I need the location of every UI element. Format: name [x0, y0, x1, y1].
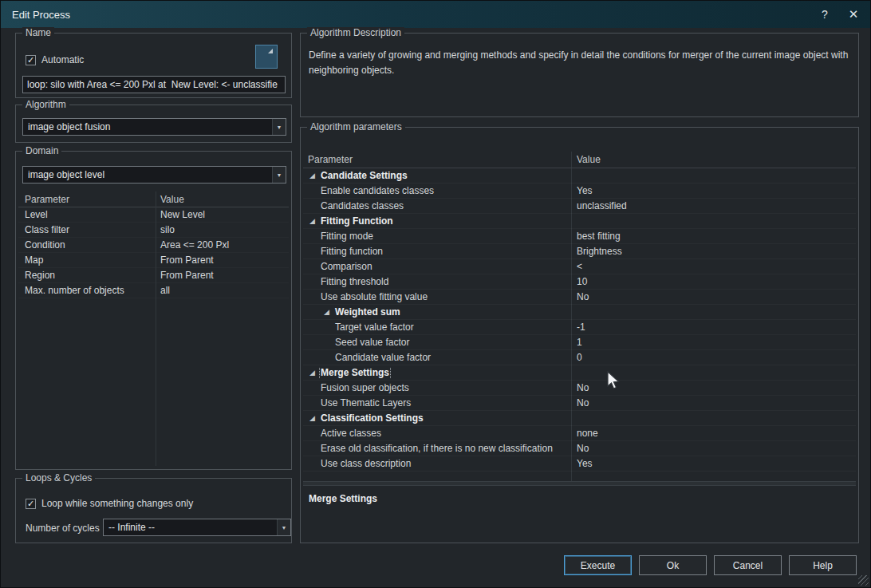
execute-button[interactable]: Execute	[564, 555, 632, 575]
dropdown-arrow-icon[interactable]: ▼	[272, 167, 286, 183]
domain-table-row[interactable]: MapFrom Parent	[18, 253, 289, 268]
domain-param-name: Class filter	[18, 224, 156, 235]
param-row[interactable]: Fitting modebest fitting	[303, 229, 856, 244]
automatic-checkbox[interactable]: ✓	[26, 55, 36, 65]
close-icon[interactable]: ✕	[845, 6, 862, 22]
edit-process-dialog: Edit Process ? ✕ Name ✓ Automatic Algori…	[0, 0, 871, 588]
param-row[interactable]: Comparison<	[303, 259, 856, 274]
param-label: Fitting Function	[321, 215, 393, 227]
loop-checkbox-row: ✓ Loop while something changes only	[26, 498, 193, 509]
dropdown-arrow-icon[interactable]: ▼	[277, 519, 290, 535]
help-icon[interactable]: ?	[816, 6, 834, 22]
param-row[interactable]: Candidates classesunclassified	[303, 199, 856, 214]
parameters-header-parameter: Parameter	[303, 152, 571, 168]
param-row[interactable]: Seed value factor1	[303, 335, 856, 350]
param-group-row[interactable]: ◢Classification Settings	[303, 411, 856, 426]
domain-param-name: Region	[18, 270, 156, 281]
domain-param-value: silo	[156, 224, 289, 235]
automatic-checkbox-label[interactable]: Automatic	[41, 54, 84, 65]
domain-table-row[interactable]: LevelNew Level	[18, 207, 289, 223]
param-label: Candidates classes	[321, 200, 404, 211]
param-name-cell: Target value factor	[303, 322, 571, 333]
parameters-group-label: Algorithm parameters	[307, 121, 405, 133]
param-row[interactable]: Target value factor-1	[303, 320, 856, 335]
algorithm-description-text: Define a variety of growing and merging …	[309, 48, 849, 77]
domain-table-row[interactable]: Class filtersilo	[18, 223, 289, 238]
domain-header-value: Value	[156, 191, 289, 207]
param-name-cell: Use Thematic Layers	[303, 397, 571, 408]
algorithm-group-label: Algorithm	[22, 99, 69, 111]
algorithm-parameters-group: Algorithm parameters Parameter Value ◢Ca…	[300, 127, 859, 543]
parameters-header-value: Value	[571, 152, 856, 168]
domain-table: Parameter Value LevelNew LevelClass filt…	[18, 191, 289, 466]
domain-param-value: New Level	[156, 209, 289, 220]
loops-cycles-group: Loops & Cycles ✓ Loop while something ch…	[15, 478, 292, 543]
loops-group-label: Loops & Cycles	[22, 472, 95, 484]
param-group-row[interactable]: ◢Candidate Settings	[303, 168, 856, 184]
resize-grip[interactable]	[858, 575, 869, 586]
name-group-label: Name	[22, 27, 54, 39]
param-value-cell: No	[571, 382, 856, 393]
description-splitter[interactable]	[303, 481, 856, 486]
param-row[interactable]: Use absolute fitting valueNo	[303, 290, 856, 305]
param-value-cell: best fitting	[571, 231, 856, 242]
algorithm-description-group: Algorithm Description Define a variety o…	[300, 33, 859, 117]
param-row[interactable]: Erase old classification, if there is no…	[303, 441, 856, 456]
number-of-cycles-select[interactable]: -- Infinite -- ▼	[103, 519, 291, 536]
algorithm-select[interactable]: image object fusion ▼	[22, 118, 286, 136]
domain-select[interactable]: image object level ▼	[22, 166, 286, 184]
param-label: Fitting function	[321, 246, 383, 257]
tree-expanded-icon[interactable]: ◢	[324, 309, 335, 316]
process-name-input[interactable]	[22, 76, 286, 93]
column-separator	[156, 191, 156, 466]
param-label: Use absolute fitting value	[321, 291, 428, 302]
tree-expanded-icon[interactable]: ◢	[309, 218, 321, 225]
param-value-cell: 10	[571, 276, 856, 287]
new-document-icon	[260, 49, 273, 65]
dropdown-arrow-icon[interactable]: ▼	[272, 119, 286, 135]
domain-param-value: Area <= 200 Pxl	[156, 239, 289, 251]
domain-param-value: From Parent	[156, 270, 289, 281]
param-row[interactable]: Fusion super objectsNo	[303, 381, 856, 396]
param-value-cell: No	[571, 443, 856, 454]
param-name-cell: Seed value factor	[303, 337, 571, 348]
domain-table-header: Parameter Value	[18, 191, 289, 207]
param-row[interactable]: Candidate value factor0	[303, 350, 856, 365]
param-row[interactable]: Fitting functionBrightness	[303, 244, 856, 259]
param-label: Classification Settings	[321, 412, 424, 424]
loop-while-changes-label[interactable]: Loop while something changes only	[41, 498, 193, 509]
domain-table-row[interactable]: ConditionArea <= 200 Pxl	[18, 238, 289, 253]
domain-table-row[interactable]: RegionFrom Parent	[18, 268, 289, 283]
ok-button[interactable]: Ok	[639, 555, 707, 575]
window-title: Edit Process	[12, 9, 70, 21]
param-row[interactable]: Active classesnone	[303, 426, 856, 441]
tree-expanded-icon[interactable]: ◢	[309, 369, 321, 377]
param-label: Fitting mode	[321, 231, 373, 242]
param-group-row[interactable]: ◢Merge Settings	[303, 365, 856, 381]
param-group-row[interactable]: ◢Weighted sum	[303, 305, 856, 320]
param-label: Enable candidates classes	[321, 185, 434, 196]
new-document-button[interactable]	[255, 45, 278, 69]
title-bar: Edit Process ? ✕	[1, 1, 870, 28]
param-value-cell: Yes	[571, 185, 856, 196]
param-row[interactable]: Use Thematic LayersNo	[303, 396, 856, 411]
param-group-row[interactable]: ◢Fitting Function	[303, 214, 856, 229]
param-name-cell: Comparison	[303, 261, 571, 272]
dialog-button-row: Execute Ok Cancel Help	[564, 555, 857, 575]
param-name-cell: Fusion super objects	[303, 382, 571, 393]
param-label: Erase old classification, if there is no…	[321, 443, 553, 454]
tree-expanded-icon[interactable]: ◢	[309, 415, 321, 422]
cancel-button[interactable]: Cancel	[714, 555, 782, 575]
help-button[interactable]: Help	[789, 555, 857, 575]
param-tree-body: ◢Candidate SettingsEnable candidates cla…	[303, 168, 856, 472]
domain-header-parameter: Parameter	[18, 191, 156, 207]
tree-expanded-icon[interactable]: ◢	[309, 172, 321, 180]
param-name-cell: ◢Weighted sum	[303, 306, 571, 318]
cycles-selected-value: -- Infinite --	[104, 519, 277, 535]
param-row[interactable]: Fitting threshold10	[303, 274, 856, 290]
param-row[interactable]: Enable candidates classesYes	[303, 184, 856, 199]
loop-while-changes-checkbox[interactable]: ✓	[26, 499, 36, 509]
param-name-cell: Fitting function	[303, 246, 571, 257]
param-row[interactable]: Use class descriptionYes	[303, 456, 856, 472]
domain-table-row[interactable]: Max. number of objectsall	[18, 283, 289, 298]
